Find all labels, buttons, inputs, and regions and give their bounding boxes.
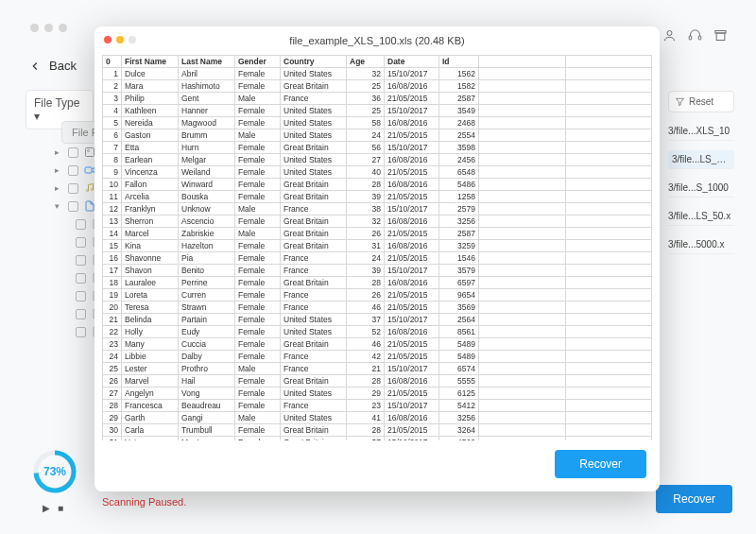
- table-row[interactable]: 30CarlaTrumbullFemaleGreat Britain2821/0…: [103, 424, 652, 437]
- svg-point-5: [667, 31, 672, 36]
- stop-icon[interactable]: ■: [58, 503, 63, 513]
- headset-icon[interactable]: [688, 28, 702, 43]
- table-row[interactable]: 28FrancescaBeaudreauFemaleFrance2315/10/…: [103, 400, 652, 412]
- table-row[interactable]: 14MarcelZabriskieMaleGreat Britain2621/0…: [103, 228, 652, 240]
- modal-titlebar: file_example_XLS_100.xls (20.48 KB): [94, 26, 660, 55]
- col-header: 0: [103, 56, 122, 68]
- table-row[interactable]: 3PhilipGentMaleFrance3621/05/20152587: [103, 93, 652, 105]
- table-row[interactable]: 8EarleanMelgarFemaleUnited States2716/08…: [103, 154, 652, 166]
- scan-progress: 73%: [32, 449, 77, 494]
- col-header: Id: [439, 56, 479, 68]
- back-label: Back: [49, 59, 77, 73]
- svg-point-4: [92, 189, 94, 191]
- list-item[interactable]: 3/file...5000.x: [668, 235, 734, 254]
- modal-traffic-lights[interactable]: [104, 36, 136, 43]
- table-row[interactable]: 19LoretaCurrenFemaleFrance2621/05/201596…: [103, 289, 652, 301]
- scan-status: Scanning Paused.: [102, 496, 186, 508]
- col-header: Date: [385, 56, 439, 68]
- svg-rect-0: [86, 148, 94, 157]
- table-row[interactable]: 13SherronAscencioFemaleGreat Britain3216…: [103, 215, 652, 228]
- reset-button[interactable]: Reset: [668, 91, 734, 112]
- col-header: Gender: [235, 56, 281, 68]
- table-row[interactable]: 17ShavonBenitoFemaleFrance3915/10/201735…: [103, 265, 652, 277]
- spreadsheet-table: 0First NameLast NameGenderCountryAgeDate…: [102, 55, 652, 440]
- recover-button[interactable]: Recover: [555, 450, 646, 478]
- window-traffic-lights: [30, 24, 67, 32]
- scan-controls: ▶ ■: [43, 503, 63, 513]
- list-item[interactable]: 3/file...LS_50.x: [668, 207, 734, 226]
- table-row[interactable]: 5NereidaMagwoodFemaleUnited States5816/0…: [103, 117, 652, 129]
- table-row[interactable]: 27AngelynVongFemaleUnited States2921/05/…: [103, 388, 652, 400]
- list-item[interactable]: 3/file...LS_100.: [668, 150, 734, 169]
- table-row[interactable]: 11ArceliaBouskaFemaleGreat Britain3921/0…: [103, 191, 652, 203]
- table-row[interactable]: 15KinaHazeltonFemaleGreat Britain3116/08…: [103, 240, 652, 252]
- progress-percent: 73%: [43, 465, 66, 478]
- table-row[interactable]: 18LauraleePerrineFemaleGreat Britain2816…: [103, 277, 652, 289]
- svg-rect-2: [85, 167, 92, 173]
- table-header-row: 0First NameLast NameGenderCountryAgeDate…: [103, 56, 652, 68]
- filter-icon: [675, 96, 685, 107]
- table-row[interactable]: 21BelindaPartainFemaleUnited States3715/…: [103, 314, 652, 326]
- modal-footer: Recover: [94, 440, 660, 491]
- table-row[interactable]: 24LibbieDalbyFemaleFrance4221/05/2015548…: [103, 351, 652, 363]
- svg-point-1: [88, 150, 90, 152]
- list-item[interactable]: 3/file...S_1000: [668, 179, 734, 198]
- svg-point-3: [87, 190, 89, 192]
- archive-icon[interactable]: [713, 28, 728, 43]
- arrow-left-icon: [28, 60, 42, 73]
- list-item[interactable]: 3/file...XLS_10: [668, 122, 734, 141]
- col-header: Country: [281, 56, 347, 68]
- col-header: Last Name: [179, 56, 235, 68]
- table-row[interactable]: 12FranklynUnknowMaleFrance3815/10/201725…: [103, 203, 652, 215]
- recover-button-main[interactable]: Recover: [656, 485, 732, 513]
- table-row[interactable]: 7EttaHurnFemaleGreat Britain5615/10/2017…: [103, 142, 652, 154]
- back-button[interactable]: Back: [28, 59, 77, 73]
- table-row[interactable]: 23ManyCucciaFemaleGreat Britain4621/05/2…: [103, 338, 652, 351]
- file-list-right: Reset 3/file...XLS_10 3/file...LS_100. 3…: [668, 91, 734, 254]
- col-header: Age: [347, 56, 385, 68]
- modal-title: file_example_XLS_100.xls (20.48 KB): [289, 35, 464, 46]
- col-header: First Name: [122, 56, 179, 68]
- svg-rect-9: [716, 33, 725, 41]
- play-icon[interactable]: ▶: [43, 503, 50, 513]
- table-row[interactable]: 9VincenzaWeilandFemaleUnited States4021/…: [103, 166, 652, 179]
- spreadsheet-preview[interactable]: 0First NameLast NameGenderCountryAgeDate…: [94, 55, 660, 440]
- table-row[interactable]: 2MaraHashimotoFemaleGreat Britain2516/08…: [103, 80, 652, 93]
- table-row[interactable]: 22HollyEudyFemaleUnited States5216/08/20…: [103, 326, 652, 338]
- table-row[interactable]: 26MarvelHailFemaleGreat Britain2816/08/2…: [103, 375, 652, 388]
- top-toolbar: [662, 28, 728, 43]
- table-row[interactable]: 25LesterProthroMaleFrance2115/10/2017657…: [103, 363, 652, 375]
- table-row[interactable]: 4KathleenHannerFemaleUnited States2515/1…: [103, 105, 652, 117]
- preview-modal: file_example_XLS_100.xls (20.48 KB) 0Fir…: [94, 26, 660, 491]
- table-row[interactable]: 16ShavonnePiaFemaleFrance2421/05/2015154…: [103, 252, 652, 265]
- table-row[interactable]: 10FallonWinwardFemaleGreat Britain2816/0…: [103, 179, 652, 191]
- table-row[interactable]: 6GastonBrummMaleUnited States2421/05/201…: [103, 129, 652, 142]
- table-row[interactable]: 20TeresaStrawnFemaleFrance4621/05/201535…: [103, 301, 652, 314]
- svg-rect-7: [698, 36, 701, 40]
- table-row[interactable]: 1DulceAbrilFemaleUnited States3215/10/20…: [103, 68, 652, 80]
- svg-rect-6: [689, 36, 692, 40]
- user-icon[interactable]: [662, 28, 677, 43]
- table-row[interactable]: 29GarthGangiMaleUnited States4116/08/201…: [103, 412, 652, 424]
